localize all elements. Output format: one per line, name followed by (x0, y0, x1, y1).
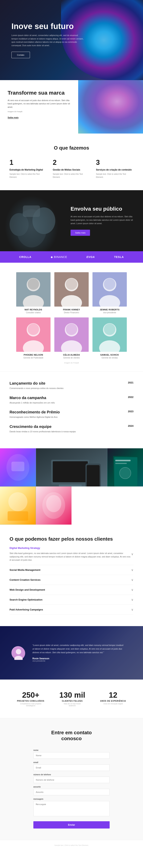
timeline-content-3: Reconhecimento de Prêmio Homenageado com… (9, 410, 122, 419)
team-member-nat: NAT REYNOLDS Consultor criativo (16, 272, 50, 314)
form-label-name: nome (33, 749, 110, 751)
team-avatar-celia (55, 317, 89, 352)
timeline-title-4: Crescimento da equipe (9, 425, 122, 429)
form-label-message: mensagem (33, 798, 110, 800)
stat-number-projects: 250+ (17, 691, 44, 699)
service-item-2: 2 Gestão de Mídias Sociais Sample text. … (53, 158, 91, 179)
team-section: NAT REYNOLDS Consultor criativo FRANK KI… (0, 263, 143, 371)
team-photo-phoebe (16, 317, 50, 352)
stat-label-clients: CLIENTES FELIZES (59, 700, 85, 702)
timeline-desc-4: Dando boas-vindas a 10 novos profissiona… (9, 430, 122, 433)
accordion-title-5: Search Engine Optimization (9, 598, 42, 601)
stat-item-years: 12 ANOS DE EXPERIÊNCIA Anos em Inovação … (100, 691, 126, 707)
team-member-phoebe: PHOEBE NELSON Gerente de Publicidade (16, 317, 50, 359)
timeline-title-3: Reconhecimento de Prêmio (9, 410, 122, 414)
timeline-content-1: Lançamento do site Comemorando o novo pr… (9, 381, 122, 390)
stat-desc-years: Anos em Inovação Digital (102, 703, 124, 705)
gallery-image-4 (0, 487, 36, 525)
testimonial-photo (11, 646, 25, 659)
services-grid: 1 Estratégia de Marketing Digital Sample… (9, 158, 134, 179)
form-group-email: email (33, 762, 110, 771)
timeline-year-2: 2022 (122, 396, 134, 399)
team-photo-jennie (93, 272, 127, 307)
engage-cta-button[interactable]: Saiba mais (71, 230, 90, 236)
form-group-message: mensagem (33, 798, 110, 817)
accordion-chevron-4: ∨ (131, 588, 134, 592)
transform-link[interactable]: Saiba mais (8, 116, 19, 119)
svg-point-11 (66, 278, 77, 290)
transform-title: Transforme sua marca (8, 90, 71, 96)
service-desc-3: Sample text. Click to select the Text El… (96, 173, 134, 179)
form-input-subject[interactable] (33, 789, 110, 795)
hero-cta-button[interactable]: Contato (11, 52, 30, 58)
brand-tesla: TESLA (114, 255, 124, 258)
form-label-email: email (33, 762, 110, 764)
timeline-title-1: Lançamento do site (9, 381, 122, 385)
transform-right-image (78, 80, 143, 133)
service-number-2: 2 (53, 158, 91, 166)
service-title-3: Serviços de criação de conteúdo (96, 168, 134, 171)
accordion-chevron-5: ∨ (131, 598, 134, 601)
accordion-item-1[interactable]: Digital Marketing Strategy Stet clita ka… (9, 544, 134, 565)
accordion-title-1: Digital Marketing Strategy (9, 547, 131, 550)
brand-crolla: CROLLA (19, 255, 32, 258)
service-title-2: Gestão de Mídias Sociais (53, 168, 91, 171)
team-photo-samuel (93, 317, 127, 352)
svg-rect-41 (115, 463, 127, 464)
testimonial-overlay: "Lorem ipsum dolor sit amet, consetetur … (0, 626, 143, 680)
service-desc-1: Sample text. Click to select the Text El… (9, 173, 47, 179)
timeline-year-3: 2023 (122, 410, 134, 413)
timeline-desc-2: Alcançando 1 milhão de impressões em um … (9, 401, 122, 404)
timeline-item-1: Lançamento do site Comemorando o novo pr… (9, 381, 134, 390)
timeline-title-2: Marco da campanha (9, 396, 122, 400)
svg-point-23 (66, 323, 77, 335)
accordion-item-6[interactable]: Paid Advertising Campaigns ∨ (9, 605, 134, 615)
team-role-celia: Gerente de clientes (55, 357, 89, 359)
team-avatar-phoebe (16, 317, 50, 352)
form-label-subject: assunto (33, 786, 110, 788)
accordion-item-5[interactable]: Search Engine Optimization ∨ (9, 595, 134, 605)
form-input-phone[interactable] (33, 777, 110, 783)
engage-image-inner (0, 190, 63, 251)
form-input-name[interactable] (33, 752, 110, 759)
team-name-phoebe: PHOEBE NELSON (16, 354, 50, 356)
svg-rect-45 (8, 511, 28, 521)
team-name-frank: FRANK KINNEY (55, 308, 89, 311)
testimonial-section: "Lorem ipsum dolor sit amet, consetetur … (0, 626, 143, 680)
accordion-item-2[interactable]: Social Media Management ∨ (9, 565, 134, 575)
team-name-celia: CÉLIA ALMEDA (55, 354, 89, 356)
brands-section: CROLLA ◆ BINANCE EVGA TESLA (0, 251, 143, 263)
footer: Sample text. Click to select the Text El… (0, 840, 143, 850)
form-textarea-message[interactable] (33, 801, 110, 816)
timeline-item-4: Crescimento da equipe Dando boas-vindas … (9, 425, 134, 433)
contact-form: nome email número de telefone assunto me… (33, 749, 110, 829)
hero-content: Inove seu futuro Lorem ipsum dolor sit a… (11, 22, 84, 58)
svg-rect-30 (11, 462, 25, 471)
footer-note: Sample text. Click to select the Text El… (50, 840, 93, 850)
svg-point-15 (104, 278, 115, 290)
team-member-frank: FRANK KINNEY Diretor Financeiro (55, 272, 89, 314)
stat-label-years: ANOS DE EXPERIÊNCIA (100, 700, 126, 702)
gallery-image-2 (36, 448, 107, 487)
svg-point-19 (28, 323, 39, 335)
svg-point-44 (8, 492, 28, 511)
team-member-celia: CÉLIA ALMEDA Gerente de clientes (55, 317, 89, 359)
stat-item-projects: 250+ PROJETOS CONCLUÍDOS Completamos mai… (17, 691, 44, 707)
stat-desc-clients: Mais de um tipo foram testimoni (61, 703, 84, 707)
engage-title: Envolva seu público (71, 206, 135, 212)
team-grid: NAT REYNOLDS Consultor criativo FRANK KI… (9, 272, 134, 359)
transform-description: At vero eos et accusam et justo duo dolo… (8, 99, 71, 109)
accordion-content-1: Stet clita kasd gubergren, no sea takima… (9, 550, 131, 562)
team-avatar-frank (55, 272, 89, 307)
gallery-item-4 (0, 487, 36, 525)
stat-desc-projects: Completamos mais projetos estratégicos (19, 703, 42, 707)
form-input-email[interactable] (33, 765, 110, 771)
svg-point-50 (16, 649, 21, 654)
accordion-item-4[interactable]: Web Design and Development ∨ (9, 585, 134, 595)
transform-left: Transforme sua marca At vero eos et accu… (0, 80, 78, 133)
accordion-item-3[interactable]: Content Creation Services ∨ (9, 575, 134, 585)
contact-title: Entre em contatoconosco (9, 730, 134, 742)
timeline-item-2: Marco da campanha Alcançando 1 milhão de… (9, 396, 134, 404)
form-submit-button[interactable]: Enviar (33, 821, 110, 829)
testimonial-quote: "Lorem ipsum dolor sit amet, consetetur … (32, 644, 124, 654)
